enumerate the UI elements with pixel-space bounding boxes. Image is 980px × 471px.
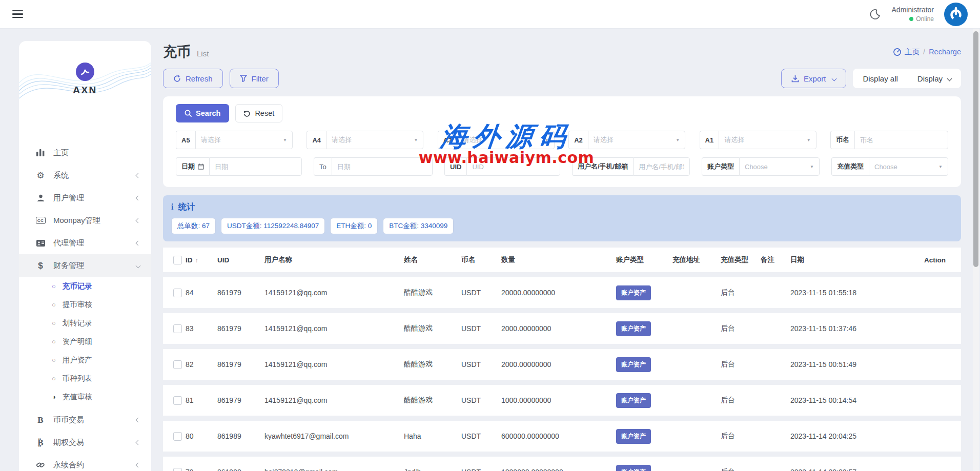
- sidebar-subitem-recharge-review[interactable]: ◑ 充值审核: [19, 387, 151, 406]
- cell-uid: 861979: [217, 313, 264, 344]
- user-icon: [34, 194, 47, 202]
- filter-a4: A4 请选择 ▼: [307, 131, 423, 149]
- cell-id: 80: [186, 421, 217, 452]
- row-checkbox[interactable]: [173, 360, 182, 369]
- sidebar-subitem-withdraw-review[interactable]: ○ 提币审核: [19, 295, 151, 314]
- a3-select[interactable]: 请选择 ▼: [457, 131, 554, 149]
- a5-select[interactable]: 请选择 ▼: [195, 131, 293, 149]
- header-amount: 数量: [501, 248, 616, 272]
- header-uid: UID: [217, 248, 264, 272]
- sidebar-item-spot-trading[interactable]: B 币币交易: [19, 408, 151, 431]
- breadcrumb-current: Recharge: [929, 48, 961, 56]
- user-name: Administrator: [892, 5, 934, 15]
- cell-date: 2023-11-14 20:04:25: [790, 421, 900, 452]
- bitcoin-icon: ₿: [34, 438, 47, 447]
- user-input[interactable]: [633, 157, 690, 176]
- sidebar-subitem-user-assets[interactable]: ○ 用户资产: [19, 351, 151, 369]
- cell-id: 82: [186, 349, 217, 380]
- sidebar-item-agents[interactable]: 代理管理: [19, 232, 151, 254]
- sidebar-item-moonpay[interactable]: CC Moonpay管理: [19, 209, 151, 232]
- a1-select[interactable]: 请选择 ▼: [719, 131, 816, 149]
- reset-button[interactable]: Reset: [235, 104, 282, 122]
- row-checkbox[interactable]: [173, 324, 182, 333]
- sidebar-subitem-transfer-records[interactable]: ○ 划转记录: [19, 314, 151, 332]
- a2-select[interactable]: 请选择 ▼: [588, 131, 685, 149]
- download-icon: [791, 75, 799, 83]
- avatar[interactable]: [944, 3, 968, 26]
- sidebar-subitem-asset-details[interactable]: ○ 资产明细: [19, 332, 151, 351]
- export-button[interactable]: Export: [781, 69, 846, 88]
- id-card-icon: [34, 240, 47, 247]
- stat-eth-amount: ETH金额: 0: [330, 218, 378, 234]
- cell-account-type: 账户资产: [616, 313, 672, 344]
- page-subtitle: List: [197, 49, 209, 58]
- table-row: 79 861990 hai279312@gmail.com Jndjh USDT…: [163, 457, 961, 471]
- cell-name: 酷酷游戏: [404, 277, 461, 308]
- cell-address: [672, 277, 721, 308]
- menu-toggle-button[interactable]: [12, 10, 26, 18]
- select-arrow-icon: ▼: [414, 138, 418, 142]
- display-dropdown-button[interactable]: Display: [908, 69, 961, 88]
- uid-input[interactable]: [466, 157, 560, 176]
- sidebar-subitem-recharge-records[interactable]: ○ 充币记录: [19, 277, 151, 295]
- select-all-checkbox[interactable]: [173, 256, 182, 264]
- dark-mode-toggle[interactable]: [868, 8, 882, 21]
- search-button[interactable]: Search: [176, 104, 229, 122]
- stat-btc-amount: BTC金额: 3340099: [383, 218, 454, 234]
- filter-button[interactable]: Filter: [230, 69, 279, 88]
- records-table: ID↑ UID 用户名称 姓名 币名 数量 账户类型 充值地址 充值类型 备注 …: [163, 242, 961, 471]
- sidebar-subitem-coin-list[interactable]: ○ 币种列表: [19, 369, 151, 387]
- power-icon: [948, 7, 964, 22]
- a4-select[interactable]: 请选择 ▼: [326, 131, 423, 149]
- row-checkbox[interactable]: [173, 289, 182, 297]
- chevron-left-icon: [136, 462, 141, 467]
- cell-username: hai279312@gmail.com: [264, 457, 404, 471]
- date-from-input[interactable]: [209, 157, 302, 176]
- cell-uid: 861979: [217, 349, 264, 380]
- filter-a3: A3 请选择 ▼: [438, 131, 555, 149]
- cell-name: 酷酷游戏: [404, 385, 461, 416]
- sidebar-item-options-trading[interactable]: ₿ 期权交易: [19, 431, 151, 454]
- header-account-type: 账户类型: [616, 248, 672, 272]
- vertical-scrollbar[interactable]: [973, 31, 978, 267]
- filter-date-to: To: [314, 157, 433, 176]
- recharge-type-select[interactable]: Choose ▼: [869, 157, 948, 176]
- cell-recharge-type: 后台: [721, 313, 761, 344]
- search-panel: Search Reset A5 请选择 ▼ A4 请: [163, 96, 961, 187]
- sidebar-item-home[interactable]: 主页: [19, 141, 151, 164]
- account-type-select[interactable]: Choose ▼: [739, 157, 820, 176]
- date-to-input[interactable]: [332, 157, 433, 176]
- chevron-down-icon: [947, 76, 952, 81]
- row-checkbox[interactable]: [173, 396, 182, 405]
- cell-remark: [761, 349, 790, 380]
- circle-icon: ○: [52, 375, 56, 382]
- sidebar-item-perpetual-contracts[interactable]: 永续合约: [19, 454, 151, 471]
- table-row: 82 861979 14159121@qq.com 酷酷游戏 USDT 2000…: [163, 349, 961, 380]
- chevron-down-icon: [136, 263, 141, 268]
- cell-username: 14159121@qq.com: [264, 277, 404, 308]
- row-checkbox[interactable]: [173, 432, 182, 441]
- select-arrow-icon: ▼: [810, 165, 814, 169]
- breadcrumb-home-link[interactable]: 主页: [905, 47, 920, 57]
- gear-icon: ⚙: [34, 170, 47, 181]
- cell-uid: 861990: [217, 457, 264, 471]
- chevron-left-icon: [136, 440, 141, 445]
- cell-amount: 1000.00000000: [501, 385, 616, 416]
- sidebar-item-users[interactable]: 用户管理: [19, 187, 151, 209]
- cell-coin: USDT: [461, 385, 501, 416]
- account-type-badge: 账户资产: [616, 285, 651, 300]
- cell-date: 2023-11-15 00:51:49: [790, 349, 900, 380]
- cell-username: 14159121@qq.com: [264, 349, 404, 380]
- refresh-icon: [173, 75, 181, 83]
- display-all-button[interactable]: Display all: [853, 69, 907, 88]
- cell-username: kyawhtet6917@gmail.com: [264, 421, 404, 452]
- refresh-button[interactable]: Refresh: [163, 69, 223, 88]
- header-username: 用户名称: [264, 248, 404, 272]
- header-id[interactable]: ID↑: [186, 248, 217, 272]
- sidebar-item-system[interactable]: ⚙ 系统: [19, 164, 151, 187]
- row-checkbox[interactable]: [173, 468, 182, 471]
- coin-name-input[interactable]: [854, 131, 948, 149]
- header-name: 姓名: [404, 248, 461, 272]
- cell-action: [900, 421, 961, 452]
- sidebar-item-finance[interactable]: $ 财务管理: [19, 254, 151, 277]
